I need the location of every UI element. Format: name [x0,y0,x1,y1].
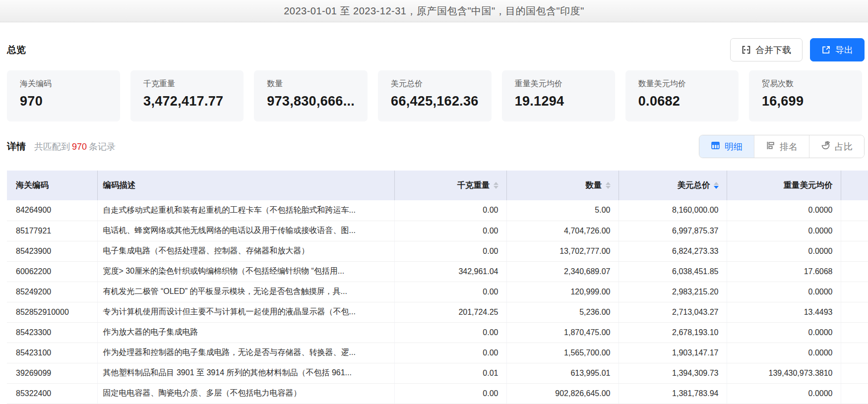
tab-proportion[interactable]: 占比 [809,135,864,158]
cell-overflow [841,302,868,322]
cell-description: 专为计算机使用而设计但主要不与计算机一起使用的液晶显示器（不包... [97,302,394,322]
cell-overflow [841,200,868,221]
cell-usd-total: 2,983,215.20 [619,282,727,302]
cell-description: 作为处理器和控制器的电子集成电路，无论是否与存储器、转换器、逻... [97,343,394,363]
col-header-hs-code: 海关编码 [7,171,97,200]
stat-card-qty-avg-price: 数量美元均价 0.0682 [625,70,739,121]
cell-hs-code: 60062200 [7,261,97,282]
stat-value: 16,699 [762,94,849,109]
col-header-overflow [841,171,868,200]
view-switcher: 明细 排名 占比 [699,135,865,158]
cell-overflow [841,383,868,404]
cell-quantity: 120,999.00 [506,282,619,302]
cell-quantity: 2,340,689.07 [506,261,619,282]
cell-weight-avg-price: 0.0000 [727,322,841,343]
col-header-quantity[interactable]: 数量 [506,171,619,200]
cell-usd-total: 2,678,193.10 [619,322,727,343]
cell-description: 电子集成电路（不包括处理器、控制器、存储器和放大器） [97,241,394,261]
table-icon [711,141,720,153]
cell-weight-avg-price: 0.0000 [727,200,841,221]
table-header-row: 海关编码 编码描述 千克重量 数量 美元总价 重量美元均价 [7,171,868,200]
match-prefix: 共匹配到 [34,142,70,152]
col-header-description: 编码描述 [97,171,394,200]
cell-quantity: 1,565,700.00 [506,343,619,363]
table-row: 84264900 自走式移动式起重机和装有起重机的工程卡车（不包括轮胎式和跨运车… [7,200,868,221]
cell-kg-weight: 201,724.25 [394,302,506,322]
cell-weight-avg-price: 139,430,973.3810 [727,363,841,383]
stat-card-weight-avg-price: 重量美元均价 19.1294 [502,70,615,121]
tab-detail[interactable]: 明细 [699,135,754,158]
tab-ranking[interactable]: 排名 [754,135,809,158]
merge-download-label: 合并下载 [755,44,791,56]
cell-overflow [841,241,868,261]
table-row: 85322400 固定电电容器、陶瓷电介质、多层（不包括电力电容器） 0.00 … [7,383,868,404]
cell-usd-total: 6,038,451.85 [619,261,727,282]
cell-weight-avg-price: 0.0000 [727,383,841,404]
cell-hs-code: 84264900 [7,200,97,221]
sort-icon [606,182,611,189]
cell-usd-total: 8,160,000.00 [619,200,727,221]
stat-label: 数量美元均价 [638,79,726,89]
export-button[interactable]: 导出 [810,38,865,61]
cell-hs-code: 85177921 [7,221,97,241]
export-icon [821,45,831,55]
table-row: 85177921 电话机、蜂窝网络或其他无线网络的电话以及用于传输或接收语音、图… [7,221,868,241]
filter-summary-text: 2023-01-01 至 2023-12-31，原产国包含"中国"，目的国包含"… [284,4,584,18]
cell-overflow [841,322,868,343]
stat-card-hs-code: 海关编码 970 [7,70,120,121]
cell-kg-weight: 0.01 [394,363,506,383]
cell-description: 电话机、蜂窝网络或其他无线网络的电话以及用于传输或接收语音、图... [97,221,394,241]
cell-overflow [841,261,868,282]
cell-usd-total: 6,997,875.37 [619,221,727,241]
stat-value: 19.1294 [515,94,602,109]
stat-value: 3,472,417.77 [143,94,231,109]
merge-download-button[interactable]: 合并下载 [730,38,803,61]
cell-overflow [841,343,868,363]
cell-kg-weight: 0.00 [394,322,506,343]
col-header-kg-weight[interactable]: 千克重量 [394,171,506,200]
cell-overflow [841,221,868,241]
table-row: 85423900 电子集成电路（不包括处理器、控制器、存储器和放大器） 0.00… [7,241,868,261]
stat-card-usd-total: 美元总价 66,425,162.36 [378,70,492,121]
cell-quantity: 4,704,726.00 [506,221,619,241]
cell-quantity: 613,995.01 [506,363,619,383]
cell-weight-avg-price: 13.4493 [727,302,841,322]
cell-quantity: 1,870,475.00 [506,322,619,343]
table-row: 85249200 有机发光二极管 “OLED” 的平板显示模块，无论是否包含触摸… [7,282,868,302]
col-header-usd-total[interactable]: 美元总价 [619,171,727,200]
cell-weight-avg-price: 17.6068 [727,261,841,282]
stat-label: 数量 [267,79,355,89]
cell-usd-total: 6,824,273.33 [619,241,727,261]
cell-kg-weight: 0.00 [394,221,506,241]
stat-label: 美元总价 [391,79,479,89]
cell-kg-weight: 0.00 [394,383,506,404]
tab-ranking-label: 排名 [780,141,798,153]
cell-overflow [841,363,868,383]
details-title: 详情 [7,140,26,153]
table-row: 39269099 其他塑料制品和品目 3901 至 3914 所列的其他材料制品… [7,363,868,383]
stat-label: 千克重量 [143,79,231,89]
table-row: 85423100 作为处理器和控制器的电子集成电路，无论是否与存储器、转换器、逻… [7,343,868,363]
cell-weight-avg-price: 0.0000 [727,241,841,261]
cell-usd-total: 1,903,147.17 [619,343,727,363]
overview-title: 总览 [7,44,26,57]
ranking-icon [766,141,775,153]
cell-hs-code: 85322400 [7,383,97,404]
cell-description: 自走式移动式起重机和装有起重机的工程卡车（不包括轮胎式和跨运车... [97,200,394,221]
table-row: 852852910000 专为计算机使用而设计但主要不与计算机一起使用的液晶显示… [7,302,868,322]
stat-card-kg-weight: 千克重量 3,472,417.77 [130,70,244,121]
pie-icon [821,141,830,153]
cell-description: 作为放大器的电子集成电路 [97,322,394,343]
cell-usd-total: 1,381,783.94 [619,383,727,404]
filter-summary-bar: 2023-01-01 至 2023-12-31，原产国包含"中国"，目的国包含"… [0,0,868,22]
overview-cards: 海关编码 970 千克重量 3,472,417.77 数量 973,830,66… [7,70,868,121]
cell-weight-avg-price: 0.0000 [727,282,841,302]
cell-description: 有机发光二极管 “OLED” 的平板显示模块，无论是否包含触摸屏，具... [97,282,394,302]
cell-description: 其他塑料制品和品目 3901 至 3914 所列的其他材料制品（不包括 961.… [97,363,394,383]
cell-hs-code: 85423100 [7,343,97,363]
cell-kg-weight: 342,961.04 [394,261,506,282]
stat-card-quantity: 数量 973,830,666... [254,70,368,121]
col-header-weight-avg-price: 重量美元均价 [727,171,841,200]
cell-usd-total: 1,394,309.73 [619,363,727,383]
cell-quantity: 5,236.00 [506,302,619,322]
